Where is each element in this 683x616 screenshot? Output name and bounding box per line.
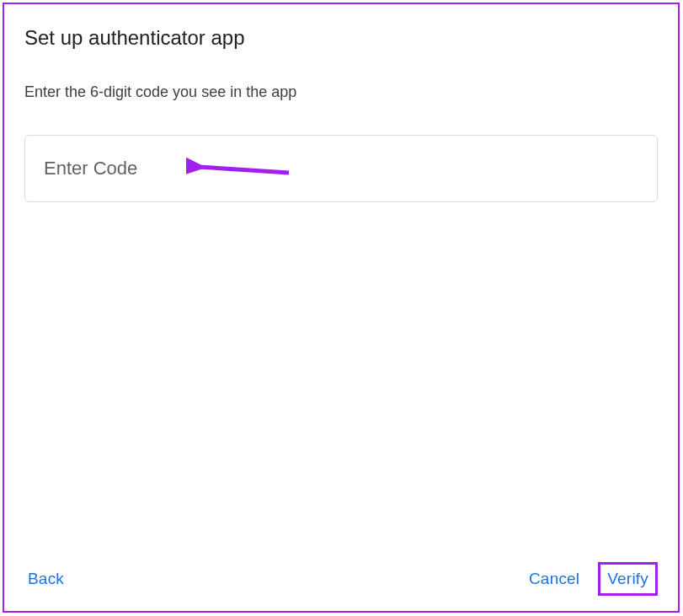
authenticator-setup-dialog: Set up authenticator app Enter the 6-dig… (3, 3, 680, 613)
cancel-button[interactable]: Cancel (526, 563, 583, 595)
code-input[interactable] (24, 135, 658, 202)
back-button[interactable]: Back (24, 563, 67, 595)
dialog-instruction: Enter the 6-digit code you see in the ap… (24, 83, 658, 101)
verify-button[interactable]: Verify (606, 568, 650, 590)
dialog-button-row: Back Cancel Verify (24, 562, 658, 596)
verify-highlight-box: Verify (598, 562, 658, 596)
dialog-title: Set up authenticator app (24, 26, 658, 50)
button-group-right: Cancel Verify (526, 562, 658, 596)
